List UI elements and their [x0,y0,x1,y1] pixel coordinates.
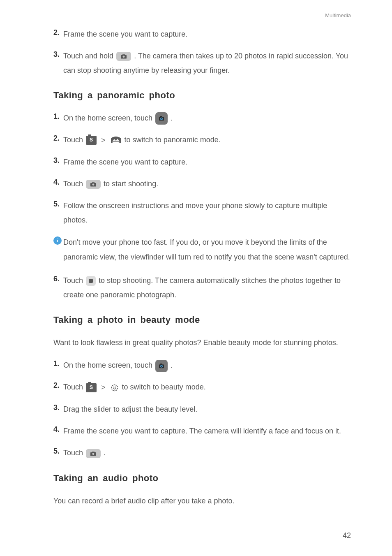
pano-step-1: 1. On the home screen, touch . [53,111,351,125]
text-before: Touch [63,449,85,457]
beauty-step-5: 5. Touch . [53,446,351,460]
audio-lead: You can record a brief audio clip after … [53,494,351,508]
text-before: On the home screen, touch [63,114,154,122]
camera-app-icon [155,360,168,372]
chevron-right-icon: > [101,380,106,395]
mode-s-icon: S [86,383,97,392]
step-number: 4. [53,424,63,435]
step-number: 6. [53,273,63,285]
mode-s-label: S [90,135,93,145]
burst-step-2: 2. Frame the scene you want to capture. [53,27,351,42]
step-body: Touch to stop shooting. The camera autom… [63,273,351,302]
page-number: 42 [343,530,351,541]
pano-step-6: 6. Touch to stop shooting. The camera au… [53,273,351,302]
step-body: Touch . [63,446,351,460]
camera-shutter-icon [86,180,101,189]
step-number: 2. [53,380,63,391]
camera-shutter-icon [116,52,131,61]
step-body: Frame the scene you want to capture. The… [63,424,351,438]
text-before: Touch [63,136,85,144]
step-text: Drag the slider to adjust the beauty lev… [63,402,351,417]
svg-point-10 [111,385,118,391]
burst-step-3: 3. Touch and hold . The camera then take… [53,49,351,78]
svg-point-5 [92,183,95,185]
step-number: 5. [53,199,63,210]
panorama-mode-icon [110,136,122,145]
step-text: Frame the scene you want to capture. [63,27,351,42]
step-number: 5. [53,446,63,457]
step-number: 4. [53,177,63,188]
text-after: . [171,361,173,369]
step-body: On the home screen, touch . [63,111,351,125]
heading-panoramic: Taking a panoramic photo [53,88,351,102]
info-icon: i [53,236,63,245]
text-after: to switch to panoramic mode. [125,136,221,144]
beauty-step-2: 2. Touch S > to switch to beauty mode. [53,380,351,395]
svg-rect-2 [160,116,162,117]
svg-point-12 [115,387,115,387]
heading-audio: Taking an audio photo [53,471,351,485]
svg-point-9 [161,366,162,367]
step-body: Frame the scene you want to capture. [63,27,351,42]
step-text: Frame the scene you want to capture. [63,155,351,169]
step-text: Follow the onscreen instructions and mov… [63,199,351,227]
stop-icon [86,276,96,286]
beauty-step-3: 3. Drag the slider to adjust the beauty … [53,402,351,417]
step-body: Touch S > to switch to panoramic mode. [63,133,351,148]
step-body: Touch and hold . The camera then takes u… [63,49,351,78]
step-number: 3. [53,155,63,166]
text-after: to start shooting. [104,180,158,188]
svg-rect-7 [160,364,162,365]
mode-s-label: S [90,383,93,392]
text-before: Touch and hold [63,52,115,60]
info-note: i Don't move your phone too fast. If you… [53,235,351,264]
beauty-mode-icon [110,383,119,392]
mode-s-icon: S [86,136,97,145]
step-text: Frame the scene you want to capture. The… [63,424,351,438]
svg-point-0 [123,56,125,58]
step-body: Frame the scene you want to capture. [63,155,351,169]
text-before: Touch [63,180,85,188]
step-body: Touch to start shooting. [63,177,351,191]
svg-point-4 [161,118,162,119]
step-body: Follow the onscreen instructions and mov… [63,199,351,227]
step-number: 3. [53,402,63,413]
camera-app-icon [155,112,168,125]
text-before: Touch [63,276,85,285]
pano-step-2: 2. Touch S > to switch to panoramic mode… [53,133,351,148]
text-after: to stop shooting. The camera automatical… [63,276,341,299]
step-number: 2. [53,27,63,38]
heading-beauty: Taking a photo in beauty mode [53,313,351,327]
camera-shutter-icon [86,449,101,458]
chevron-right-icon: > [101,133,106,148]
pano-step-3: 3. Frame the scene you want to capture. [53,155,351,169]
beauty-step-4: 4. Frame the scene you want to capture. … [53,424,351,438]
svg-point-11 [113,387,114,387]
pano-step-4: 4. Touch to start shooting. [53,177,351,191]
text-before: Touch [63,383,85,391]
info-text: Don't move your phone too fast. If you d… [63,235,351,264]
step-number: 2. [53,133,63,144]
step-number: 1. [53,358,63,369]
svg-point-13 [92,453,95,455]
step-number: 3. [53,49,63,60]
step-body: On the home screen, touch . [63,358,351,373]
page-header: Multimedia [53,12,351,20]
text-after: . [104,449,106,457]
beauty-step-1: 1. On the home screen, touch . [53,358,351,373]
text-after: . [171,114,173,122]
text-after: to switch to beauty mode. [122,383,206,391]
step-body: Drag the slider to adjust the beauty lev… [63,402,351,417]
beauty-lead: Want to look flawless in great quality p… [53,336,351,350]
step-number: 1. [53,111,63,122]
text-before: On the home screen, touch [63,361,154,369]
step-body: Touch S > to switch to beauty mode. [63,380,351,395]
pano-step-5: 5. Follow the onscreen instructions and … [53,199,351,227]
